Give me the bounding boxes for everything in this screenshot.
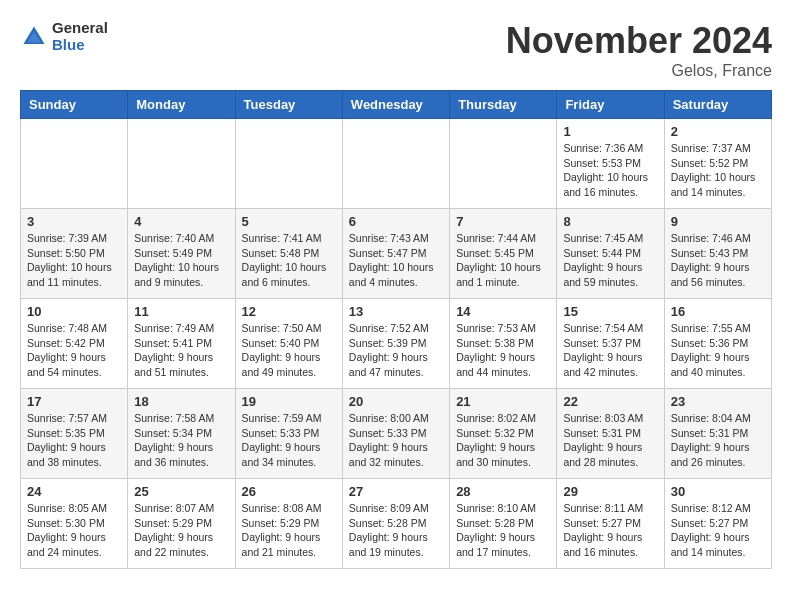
calendar-cell: 21Sunrise: 8:02 AM Sunset: 5:32 PM Dayli… bbox=[450, 389, 557, 479]
day-number: 25 bbox=[134, 484, 228, 499]
day-number: 18 bbox=[134, 394, 228, 409]
day-info: Sunrise: 7:40 AM Sunset: 5:49 PM Dayligh… bbox=[134, 231, 228, 290]
calendar-cell bbox=[450, 119, 557, 209]
day-number: 17 bbox=[27, 394, 121, 409]
day-number: 14 bbox=[456, 304, 550, 319]
title-area: November 2024 Gelos, France bbox=[506, 20, 772, 80]
day-info: Sunrise: 7:44 AM Sunset: 5:45 PM Dayligh… bbox=[456, 231, 550, 290]
day-number: 26 bbox=[242, 484, 336, 499]
day-number: 8 bbox=[563, 214, 657, 229]
calendar-cell bbox=[21, 119, 128, 209]
day-number: 9 bbox=[671, 214, 765, 229]
day-number: 1 bbox=[563, 124, 657, 139]
day-info: Sunrise: 7:46 AM Sunset: 5:43 PM Dayligh… bbox=[671, 231, 765, 290]
weekday-header-friday: Friday bbox=[557, 91, 664, 119]
calendar-cell: 4Sunrise: 7:40 AM Sunset: 5:49 PM Daylig… bbox=[128, 209, 235, 299]
day-number: 12 bbox=[242, 304, 336, 319]
day-info: Sunrise: 8:08 AM Sunset: 5:29 PM Dayligh… bbox=[242, 501, 336, 560]
day-number: 16 bbox=[671, 304, 765, 319]
day-number: 27 bbox=[349, 484, 443, 499]
day-info: Sunrise: 7:50 AM Sunset: 5:40 PM Dayligh… bbox=[242, 321, 336, 380]
logo-general: General bbox=[52, 20, 108, 37]
calendar-cell bbox=[235, 119, 342, 209]
calendar-week-row: 24Sunrise: 8:05 AM Sunset: 5:30 PM Dayli… bbox=[21, 479, 772, 569]
calendar-cell: 30Sunrise: 8:12 AM Sunset: 5:27 PM Dayli… bbox=[664, 479, 771, 569]
day-number: 10 bbox=[27, 304, 121, 319]
day-number: 6 bbox=[349, 214, 443, 229]
calendar-cell: 13Sunrise: 7:52 AM Sunset: 5:39 PM Dayli… bbox=[342, 299, 449, 389]
day-number: 4 bbox=[134, 214, 228, 229]
day-number: 5 bbox=[242, 214, 336, 229]
day-info: Sunrise: 7:58 AM Sunset: 5:34 PM Dayligh… bbox=[134, 411, 228, 470]
calendar-week-row: 10Sunrise: 7:48 AM Sunset: 5:42 PM Dayli… bbox=[21, 299, 772, 389]
calendar-cell: 14Sunrise: 7:53 AM Sunset: 5:38 PM Dayli… bbox=[450, 299, 557, 389]
day-info: Sunrise: 8:05 AM Sunset: 5:30 PM Dayligh… bbox=[27, 501, 121, 560]
calendar-cell: 18Sunrise: 7:58 AM Sunset: 5:34 PM Dayli… bbox=[128, 389, 235, 479]
logo: General Blue bbox=[20, 20, 108, 53]
location: Gelos, France bbox=[506, 62, 772, 80]
page-header: General Blue November 2024 Gelos, France bbox=[20, 20, 772, 80]
weekday-header-thursday: Thursday bbox=[450, 91, 557, 119]
weekday-header-tuesday: Tuesday bbox=[235, 91, 342, 119]
calendar-cell: 22Sunrise: 8:03 AM Sunset: 5:31 PM Dayli… bbox=[557, 389, 664, 479]
calendar-cell: 3Sunrise: 7:39 AM Sunset: 5:50 PM Daylig… bbox=[21, 209, 128, 299]
calendar-table: SundayMondayTuesdayWednesdayThursdayFrid… bbox=[20, 90, 772, 569]
logo-text: General Blue bbox=[52, 20, 108, 53]
day-info: Sunrise: 7:53 AM Sunset: 5:38 PM Dayligh… bbox=[456, 321, 550, 380]
calendar-cell: 20Sunrise: 8:00 AM Sunset: 5:33 PM Dayli… bbox=[342, 389, 449, 479]
calendar-cell bbox=[128, 119, 235, 209]
day-info: Sunrise: 7:49 AM Sunset: 5:41 PM Dayligh… bbox=[134, 321, 228, 380]
weekday-header-wednesday: Wednesday bbox=[342, 91, 449, 119]
day-info: Sunrise: 7:54 AM Sunset: 5:37 PM Dayligh… bbox=[563, 321, 657, 380]
day-number: 19 bbox=[242, 394, 336, 409]
day-number: 22 bbox=[563, 394, 657, 409]
day-info: Sunrise: 8:00 AM Sunset: 5:33 PM Dayligh… bbox=[349, 411, 443, 470]
calendar-cell: 19Sunrise: 7:59 AM Sunset: 5:33 PM Dayli… bbox=[235, 389, 342, 479]
calendar-cell: 10Sunrise: 7:48 AM Sunset: 5:42 PM Dayli… bbox=[21, 299, 128, 389]
day-info: Sunrise: 8:03 AM Sunset: 5:31 PM Dayligh… bbox=[563, 411, 657, 470]
day-info: Sunrise: 8:09 AM Sunset: 5:28 PM Dayligh… bbox=[349, 501, 443, 560]
day-number: 28 bbox=[456, 484, 550, 499]
weekday-header-sunday: Sunday bbox=[21, 91, 128, 119]
day-info: Sunrise: 8:12 AM Sunset: 5:27 PM Dayligh… bbox=[671, 501, 765, 560]
calendar-cell: 6Sunrise: 7:43 AM Sunset: 5:47 PM Daylig… bbox=[342, 209, 449, 299]
day-number: 13 bbox=[349, 304, 443, 319]
calendar-week-row: 1Sunrise: 7:36 AM Sunset: 5:53 PM Daylig… bbox=[21, 119, 772, 209]
day-info: Sunrise: 7:39 AM Sunset: 5:50 PM Dayligh… bbox=[27, 231, 121, 290]
calendar-cell: 9Sunrise: 7:46 AM Sunset: 5:43 PM Daylig… bbox=[664, 209, 771, 299]
calendar-cell: 11Sunrise: 7:49 AM Sunset: 5:41 PM Dayli… bbox=[128, 299, 235, 389]
calendar-cell: 16Sunrise: 7:55 AM Sunset: 5:36 PM Dayli… bbox=[664, 299, 771, 389]
day-info: Sunrise: 8:02 AM Sunset: 5:32 PM Dayligh… bbox=[456, 411, 550, 470]
day-info: Sunrise: 7:57 AM Sunset: 5:35 PM Dayligh… bbox=[27, 411, 121, 470]
calendar-cell: 1Sunrise: 7:36 AM Sunset: 5:53 PM Daylig… bbox=[557, 119, 664, 209]
day-info: Sunrise: 8:11 AM Sunset: 5:27 PM Dayligh… bbox=[563, 501, 657, 560]
day-info: Sunrise: 8:04 AM Sunset: 5:31 PM Dayligh… bbox=[671, 411, 765, 470]
calendar-cell: 7Sunrise: 7:44 AM Sunset: 5:45 PM Daylig… bbox=[450, 209, 557, 299]
day-info: Sunrise: 8:07 AM Sunset: 5:29 PM Dayligh… bbox=[134, 501, 228, 560]
calendar-cell: 15Sunrise: 7:54 AM Sunset: 5:37 PM Dayli… bbox=[557, 299, 664, 389]
calendar-cell: 29Sunrise: 8:11 AM Sunset: 5:27 PM Dayli… bbox=[557, 479, 664, 569]
day-info: Sunrise: 7:59 AM Sunset: 5:33 PM Dayligh… bbox=[242, 411, 336, 470]
logo-icon bbox=[20, 23, 48, 51]
day-number: 2 bbox=[671, 124, 765, 139]
calendar-week-row: 3Sunrise: 7:39 AM Sunset: 5:50 PM Daylig… bbox=[21, 209, 772, 299]
logo-blue-text: Blue bbox=[52, 37, 108, 54]
day-info: Sunrise: 8:10 AM Sunset: 5:28 PM Dayligh… bbox=[456, 501, 550, 560]
calendar-cell: 28Sunrise: 8:10 AM Sunset: 5:28 PM Dayli… bbox=[450, 479, 557, 569]
calendar-week-row: 17Sunrise: 7:57 AM Sunset: 5:35 PM Dayli… bbox=[21, 389, 772, 479]
calendar-cell bbox=[342, 119, 449, 209]
weekday-header-row: SundayMondayTuesdayWednesdayThursdayFrid… bbox=[21, 91, 772, 119]
day-number: 23 bbox=[671, 394, 765, 409]
weekday-header-monday: Monday bbox=[128, 91, 235, 119]
weekday-header-saturday: Saturday bbox=[664, 91, 771, 119]
day-info: Sunrise: 7:36 AM Sunset: 5:53 PM Dayligh… bbox=[563, 141, 657, 200]
day-number: 24 bbox=[27, 484, 121, 499]
day-info: Sunrise: 7:45 AM Sunset: 5:44 PM Dayligh… bbox=[563, 231, 657, 290]
calendar-cell: 12Sunrise: 7:50 AM Sunset: 5:40 PM Dayli… bbox=[235, 299, 342, 389]
day-number: 30 bbox=[671, 484, 765, 499]
day-info: Sunrise: 7:52 AM Sunset: 5:39 PM Dayligh… bbox=[349, 321, 443, 380]
day-info: Sunrise: 7:43 AM Sunset: 5:47 PM Dayligh… bbox=[349, 231, 443, 290]
calendar-cell: 17Sunrise: 7:57 AM Sunset: 5:35 PM Dayli… bbox=[21, 389, 128, 479]
calendar-cell: 2Sunrise: 7:37 AM Sunset: 5:52 PM Daylig… bbox=[664, 119, 771, 209]
day-info: Sunrise: 7:37 AM Sunset: 5:52 PM Dayligh… bbox=[671, 141, 765, 200]
